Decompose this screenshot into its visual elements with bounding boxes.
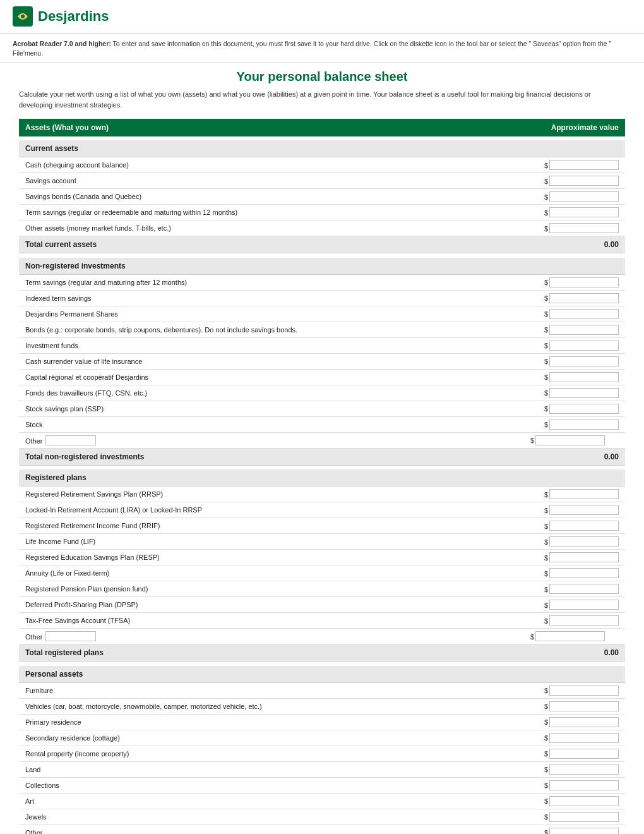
value-cell: $ [524, 565, 625, 581]
value-cell: $ [524, 221, 625, 236]
total-value: 0.00 [524, 644, 625, 662]
row-label: Collections [19, 777, 524, 793]
other-label-input[interactable] [45, 631, 96, 641]
amount-input[interactable] [549, 372, 619, 382]
table-row: Registered Retirement Savings Plan (RRSP… [19, 486, 625, 502]
amount-input[interactable] [549, 160, 619, 170]
amount-input[interactable] [549, 309, 619, 319]
table-row: Other assets (money market funds, T-bill… [19, 221, 625, 236]
amount-input[interactable] [549, 341, 619, 351]
value-cell: $ [524, 825, 625, 834]
logo: Desjardins [13, 6, 109, 27]
table-row-other: Other $ [19, 629, 625, 644]
total-label: Total registered plans [19, 644, 524, 662]
amount-input[interactable] [549, 536, 619, 547]
amount-input[interactable] [549, 293, 619, 303]
value-cell: $ [524, 613, 625, 629]
notice-bold: Acrobat Reader 7.0 and higher: [13, 40, 111, 47]
value-cell: $ [524, 337, 625, 353]
amount-input[interactable] [549, 325, 619, 335]
row-label: Annuity (Life or Fixed-term) [19, 565, 524, 581]
other-label-input[interactable] [45, 435, 96, 445]
dollar-sign: $ [544, 601, 548, 609]
table-row: Indexed term savings $ [19, 290, 625, 306]
amount-input[interactable] [549, 552, 619, 562]
row-label: Indexed term savings [19, 290, 524, 306]
col1-header: Assets (What you own) [19, 119, 524, 138]
amount-input[interactable] [549, 717, 619, 727]
amount-input[interactable] [549, 600, 619, 610]
dollar-sign: $ [544, 523, 548, 530]
amount-input[interactable] [549, 277, 619, 287]
desjardins-logo-icon [13, 6, 33, 27]
dollar-sign: $ [544, 405, 548, 413]
amount-input[interactable] [549, 207, 619, 217]
main-content: Your personal balance sheet Calculate yo… [0, 63, 644, 834]
row-label: Primary residence [19, 714, 524, 730]
amount-input[interactable] [549, 223, 619, 233]
section-label: Non-registered investments [19, 256, 625, 275]
dollar-sign: $ [544, 687, 548, 694]
row-label: Term savings (regular and maturing after… [19, 274, 524, 290]
table-row: Savings bonds (Canada and Quebec) $ [19, 189, 625, 205]
row-label: Term savings (regular or redeemable and … [19, 205, 524, 221]
logo-text: Desjardins [38, 8, 109, 25]
table-row: Registered Pension Plan (pension fund) $ [19, 581, 625, 597]
table-row: Tax-Free Savings Account (TFSA) $ [19, 613, 625, 629]
dollar-sign: $ [544, 507, 548, 514]
dollar-sign: $ [544, 750, 548, 758]
amount-input[interactable] [549, 176, 619, 186]
amount-input[interactable] [549, 584, 619, 594]
amount-input[interactable] [549, 828, 619, 834]
dollar-sign: $ [544, 813, 548, 821]
amount-input[interactable] [549, 686, 619, 696]
amount-input[interactable] [549, 521, 619, 531]
table-row: Capital régional et coopératif Desjardin… [19, 369, 625, 385]
amount-input[interactable] [549, 404, 619, 414]
value-cell: $ [524, 730, 625, 746]
table-row: Term savings (regular and maturing after… [19, 274, 625, 290]
amount-input[interactable] [549, 568, 619, 578]
row-label: Deferred Profit-Sharing Plan (DPSP) [19, 597, 524, 613]
table-row: Registered Retirement Income Fund (RRIF)… [19, 518, 625, 534]
total-label: Total current assets [19, 236, 524, 253]
value-cell: $ [524, 416, 625, 432]
amount-input[interactable] [549, 489, 619, 499]
row-label: Jewels [19, 809, 524, 825]
dollar-sign: $ [530, 437, 534, 444]
amount-input[interactable] [549, 420, 619, 430]
amount-input[interactable] [549, 701, 619, 711]
table-header-row: Assets (What you own) Approximate value [19, 119, 625, 138]
amount-input[interactable] [535, 631, 605, 641]
amount-input[interactable] [549, 780, 619, 790]
amount-input[interactable] [549, 191, 619, 202]
row-label: Other [19, 629, 524, 644]
table-row: Life Income Fund (LIF) $ [19, 534, 625, 550]
total-non-registered-row: Total non-registered investments 0.00 [19, 448, 625, 465]
value-cell: $ [524, 173, 625, 189]
amount-input[interactable] [549, 812, 619, 822]
value-cell: $ [524, 761, 625, 777]
table-row: Desjardins Permanent Shares $ [19, 306, 625, 322]
amount-input[interactable] [549, 356, 619, 366]
amount-input[interactable] [549, 388, 619, 398]
table-row: Investment funds $ [19, 337, 625, 353]
amount-input[interactable] [535, 435, 605, 445]
amount-input[interactable] [549, 796, 619, 806]
value-cell: $ [524, 432, 625, 448]
row-label: Registered Pension Plan (pension fund) [19, 581, 524, 597]
amount-input[interactable] [549, 615, 619, 626]
row-label: Registered Retirement Savings Plan (RRSP… [19, 486, 524, 502]
section-registered-plans: Registered plans [19, 468, 625, 486]
row-label: Vehicles (car, boat, motorcycle, snowmob… [19, 698, 524, 714]
value-cell: $ [524, 581, 625, 597]
amount-input[interactable] [549, 733, 619, 743]
dollar-sign: $ [544, 718, 548, 726]
amount-input[interactable] [549, 764, 619, 775]
value-cell: $ [524, 189, 625, 205]
dollar-sign: $ [544, 178, 548, 185]
amount-input[interactable] [549, 749, 619, 759]
row-label: Locked-In Retirement Account (LIRA) or L… [19, 502, 524, 518]
dollar-sign: $ [544, 310, 548, 318]
amount-input[interactable] [549, 505, 619, 515]
